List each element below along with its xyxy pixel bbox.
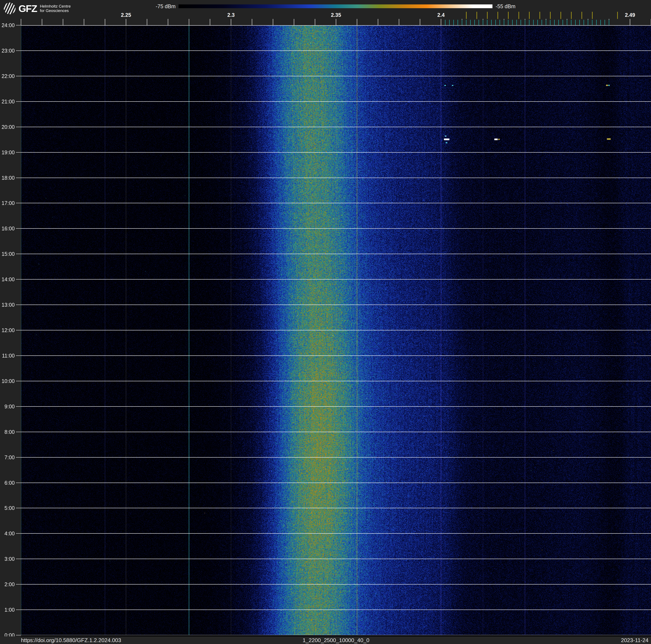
signal-artifact [607,138,611,140]
signal-artifact [498,139,500,140]
date-label: 2023-11-24 [621,637,649,644]
time-tick [16,559,21,559]
bluetooth-channel-tick [445,20,445,25]
time-tick-label: 2:00 [0,581,15,587]
frequency-tick [84,19,84,25]
bluetooth-channel-tick [579,20,580,25]
bluetooth-channel-tick [558,20,559,25]
bluetooth-channel-tick [491,20,492,25]
hour-gridline [21,432,651,432]
time-tick-label: 15:00 [0,251,15,257]
frequency-tick-label: 2.4 [428,12,454,18]
bluetooth-channel-tick [454,20,454,25]
time-tick [16,152,21,153]
frequency-tick [336,19,336,25]
hour-gridline [21,152,651,153]
hour-gridline [21,482,651,483]
frequency-tick [168,19,168,25]
hour-gridline [21,330,651,330]
frequency-tick [231,19,231,25]
bluetooth-channel-tick [517,20,517,25]
wifi-channel-tick [617,12,618,19]
wifi-channel-tick [466,12,467,19]
frequency-tick-label: 2.35 [323,12,349,18]
time-tick-label: 5:00 [0,505,15,511]
time-tick-label: 18:00 [0,175,15,181]
wifi-channel-tick [476,12,477,19]
bluetooth-channel-tick [458,20,458,25]
time-tick [16,203,21,203]
hour-gridline [21,381,651,381]
bluetooth-channel-tick [512,20,513,25]
bluetooth-channel-tick [537,20,538,25]
hour-gridline [21,127,651,127]
signal-artifact [445,142,447,143]
bluetooth-channel-tick [478,20,479,25]
bluetooth-channel-tick [495,20,496,25]
bluetooth-channel-tick [525,20,525,25]
bluetooth-channel-tick [592,20,592,25]
frequency-tick-label: 2.25 [114,12,138,18]
colorbar-gradient [179,4,492,8]
time-tick-label: 11:00 [0,353,15,358]
time-tick [16,457,21,458]
time-tick [16,101,21,102]
signal-artifact [608,85,610,86]
time-tick-label: 4:00 [0,530,15,536]
hour-gridline [21,559,651,559]
frequency-tick [294,19,294,25]
wifi-channel-tick [487,12,488,19]
time-tick [16,482,21,483]
time-tick [16,432,21,432]
time-tick-label: 9:00 [0,404,15,409]
time-tick [16,584,21,585]
hour-gridline [21,76,651,76]
wifi-channel-tick [582,12,582,19]
plot-title: 1_2200_2500_10000_40_0 [21,637,651,644]
bluetooth-channel-tick [563,20,563,25]
hour-gridline [21,584,651,585]
bluetooth-channel-tick [588,20,588,25]
frequency-tick [126,19,126,25]
time-tick-label: 17:00 [0,200,15,206]
signal-artifact [445,136,446,137]
spectrogram-page: 2.252.32.352.42.49 24:0023:0022:0021:002… [0,0,651,644]
wifi-channel-tick [539,12,540,19]
hour-gridline [21,635,651,635]
frequency-tick [189,19,189,25]
bluetooth-channel-tick [483,20,483,25]
bluetooth-channel-tick [500,20,500,25]
wifi-channel-tick [550,12,551,19]
time-tick [16,178,21,178]
wifi-channel-tick [571,12,571,19]
time-tick-label: 8:00 [0,429,15,435]
wifi-channel-tick [560,12,561,19]
hour-gridline [21,457,651,458]
signal-artifact [606,85,608,86]
time-tick-label: 10:00 [0,378,15,384]
frequency-tick [357,19,357,25]
bluetooth-channel-tick [575,20,576,25]
brand-text: GFZ [19,3,37,14]
bluetooth-channel-tick [604,20,605,25]
frequency-tick-label: 2.49 [617,12,643,18]
time-tick [16,304,21,305]
bluetooth-channel-tick [449,20,450,25]
time-tick [16,381,21,381]
time-tick [16,279,21,280]
frequency-tick [105,19,105,25]
frequency-tick [147,19,147,25]
hour-gridline [21,254,651,254]
frequency-tick [273,19,273,25]
wifi-channel-tick [529,12,530,19]
signal-artifact [444,85,446,86]
time-tick-label: 12:00 [0,327,15,333]
time-tick [16,76,21,76]
time-axis: 24:0023:0022:0021:0020:0019:0018:0017:00… [0,0,21,644]
gfz-logo: GFZ Helmholtz Centre for Geosciences [4,2,71,14]
hour-gridline [21,355,651,356]
hour-gridline [21,610,651,610]
colorbar-min-label: -75 dBm [136,3,176,9]
hour-gridline [21,406,651,407]
frequency-tick [252,19,252,25]
